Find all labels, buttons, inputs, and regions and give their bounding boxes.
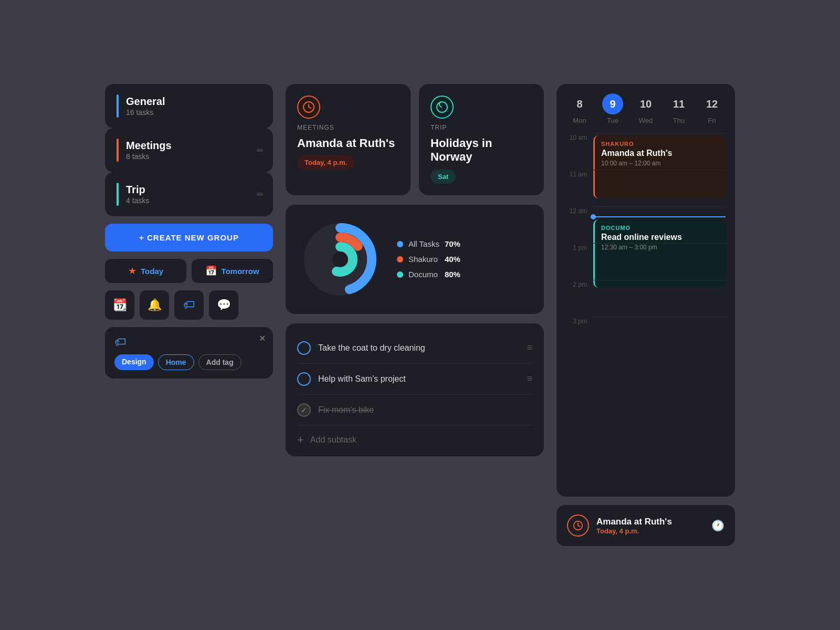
cal-day-num-10: 10 bbox=[635, 93, 656, 114]
chart-card: All Tasks 70% Shakuro 40% Documo 80% bbox=[286, 205, 544, 314]
legend-label-all: All Tasks bbox=[408, 239, 439, 248]
time-line-1pm bbox=[593, 243, 726, 280]
trip-title: Holidays in Norway bbox=[430, 136, 532, 164]
time-slot-11am: 11 am bbox=[566, 170, 726, 206]
tag-list: Design Home Add tag bbox=[114, 354, 264, 370]
cal-day-num-9: 9 bbox=[602, 93, 623, 114]
task-check-2[interactable] bbox=[297, 372, 311, 386]
accent-bar bbox=[117, 94, 119, 118]
group-tasks: 4 tasks bbox=[126, 196, 149, 205]
task-menu-2[interactable]: ≡ bbox=[527, 373, 532, 384]
group-card-trip[interactable]: Trip 4 tasks ✏ bbox=[105, 172, 273, 216]
task-check-1[interactable] bbox=[297, 341, 311, 355]
cal-day-label-thu: Thu bbox=[673, 117, 685, 124]
left-column: General 16 tasks Meetings 8 tasks ✏ Trip bbox=[105, 84, 273, 546]
legend-shakuro: Shakuro 40% bbox=[397, 255, 460, 264]
tag-design[interactable]: Design bbox=[114, 354, 154, 370]
cal-day-thu[interactable]: 11 Thu bbox=[665, 93, 692, 124]
trip-type: TRIP bbox=[430, 124, 532, 131]
cal-day-mon[interactable]: 8 Mon bbox=[566, 93, 593, 124]
time-slot-1pm: 1 pm bbox=[566, 243, 726, 280]
time-line-11am bbox=[593, 170, 726, 206]
time-line-2pm bbox=[593, 280, 726, 317]
tag-add[interactable]: Add tag bbox=[198, 354, 242, 370]
time-label-10am: 10 am bbox=[566, 133, 587, 170]
task-item-1: Take the coat to dry cleaning ≡ bbox=[297, 333, 532, 364]
tag-icon-btn[interactable]: 🏷 bbox=[174, 290, 204, 320]
calendar-icon-btn[interactable]: 📆 bbox=[105, 290, 134, 320]
tag-home[interactable]: Home bbox=[158, 354, 194, 370]
trip-icon bbox=[430, 96, 454, 119]
timeline: 10 am SHAKURO Amanda at Ruth's 10:00 am … bbox=[566, 133, 726, 487]
time-slot-3pm: 3 pm bbox=[566, 317, 726, 338]
cal-event-title-amanda: Amanda at Ruth's bbox=[601, 149, 719, 158]
tomorrow-label: Tomorrow bbox=[221, 267, 259, 276]
cal-day-wed[interactable]: 10 Wed bbox=[632, 93, 659, 124]
time-label-3pm: 3 pm bbox=[566, 317, 587, 338]
now-line bbox=[593, 216, 726, 217]
meetings-type: MEETINGS bbox=[297, 124, 399, 131]
time-line-12am: DOCUMO Read online reviews 12:30 am – 3:… bbox=[593, 206, 726, 243]
task-text-3: Fix mom's bike bbox=[318, 405, 532, 415]
meetings-time-badge: Today, 4 p.m. bbox=[297, 155, 354, 170]
time-label-2pm: 2 pm bbox=[566, 280, 587, 317]
message-icon-btn[interactable]: 💬 bbox=[209, 290, 238, 320]
add-subtask-label: Add subtask bbox=[310, 435, 356, 445]
bell-icon-btn[interactable]: 🔔 bbox=[140, 290, 169, 320]
calendar-header: 8 Mon 9 Tue 10 Wed 11 Thu 12 Fri bbox=[566, 93, 726, 124]
group-info: Meetings 8 tasks bbox=[126, 140, 172, 161]
trip-event-card: TRIP Holidays in Norway Sat bbox=[419, 84, 544, 195]
time-line-3pm bbox=[593, 317, 726, 338]
clock-icon[interactable]: 🕐 bbox=[711, 519, 724, 532]
tasks-card: Take the coat to dry cleaning ≡ Help wit… bbox=[286, 323, 544, 456]
task-text-1: Take the coat to dry cleaning bbox=[318, 343, 519, 353]
plus-icon: + bbox=[297, 433, 304, 447]
legend-pct-shakuro: 40% bbox=[445, 255, 460, 264]
cal-day-num-12: 12 bbox=[701, 93, 722, 114]
legend-label-shakuro: Shakuro bbox=[408, 255, 439, 264]
meetings-icon bbox=[297, 96, 320, 119]
trip-day-badge: Sat bbox=[430, 170, 456, 184]
legend-documo: Documo 80% bbox=[397, 270, 460, 279]
legend-pct-all: 70% bbox=[445, 239, 460, 248]
bottom-event-info: Amanda at Ruth's Today, 4 p.m. bbox=[596, 517, 704, 535]
task-check-3[interactable] bbox=[297, 403, 311, 417]
close-tag-panel-button[interactable]: ✕ bbox=[259, 333, 266, 343]
today-button[interactable]: ★ Today bbox=[105, 259, 186, 283]
task-item-2: Help with Sam's project ≡ bbox=[297, 364, 532, 395]
meetings-title: Amanda at Ruth's bbox=[297, 136, 399, 150]
legend-all-tasks: All Tasks 70% bbox=[397, 239, 460, 248]
group-card-general[interactable]: General 16 tasks bbox=[105, 84, 273, 128]
group-card-meetings[interactable]: Meetings 8 tasks ✏ bbox=[105, 128, 273, 172]
time-line-10am: SHAKURO Amanda at Ruth's 10:00 am – 12:0… bbox=[593, 133, 726, 170]
cal-day-label-wed: Wed bbox=[639, 117, 653, 124]
group-info: General 16 tasks bbox=[126, 96, 165, 117]
create-group-button[interactable]: + CREATE NEW GROUP bbox=[105, 224, 273, 251]
time-label-1pm: 1 pm bbox=[566, 243, 587, 280]
task-menu-1[interactable]: ≡ bbox=[527, 342, 532, 353]
edit-icon: ✏ bbox=[257, 190, 264, 200]
cal-event-org-documo: DOCUMO bbox=[601, 225, 719, 231]
add-subtask-row[interactable]: + Add subtask bbox=[297, 426, 532, 447]
time-slot-10am: 10 am SHAKURO Amanda at Ruth's 10:00 am … bbox=[566, 133, 726, 170]
calendar-icon: 📅 bbox=[205, 265, 217, 277]
accent-bar bbox=[117, 139, 119, 162]
icon-buttons: 📆 🔔 🏷 💬 bbox=[105, 290, 273, 320]
cal-day-fri[interactable]: 12 Fri bbox=[698, 93, 726, 124]
time-label-12am: 12 am bbox=[566, 206, 587, 243]
cal-day-label-fri: Fri bbox=[708, 117, 716, 124]
cal-day-label-tue: Tue bbox=[607, 117, 618, 124]
legend-dot-documo bbox=[397, 271, 403, 278]
tomorrow-button[interactable]: 📅 Tomorrow bbox=[192, 259, 273, 283]
cal-day-tue[interactable]: 9 Tue bbox=[599, 93, 626, 124]
today-label: Today bbox=[141, 267, 163, 276]
group-name: General bbox=[126, 96, 165, 108]
middle-column: MEETINGS Amanda at Ruth's Today, 4 p.m. … bbox=[286, 84, 544, 546]
star-icon: ★ bbox=[128, 265, 136, 277]
legend-dot-shakuro bbox=[397, 256, 403, 262]
chart-legend: All Tasks 70% Shakuro 40% Documo 80% bbox=[397, 239, 460, 279]
time-slot-12am: 12 am DOCUMO Read online reviews 12:30 a… bbox=[566, 206, 726, 243]
bottom-event-icon bbox=[567, 514, 589, 537]
bottom-event-card: Amanda at Ruth's Today, 4 p.m. 🕐 bbox=[556, 505, 735, 546]
time-label-11am: 11 am bbox=[566, 170, 587, 206]
